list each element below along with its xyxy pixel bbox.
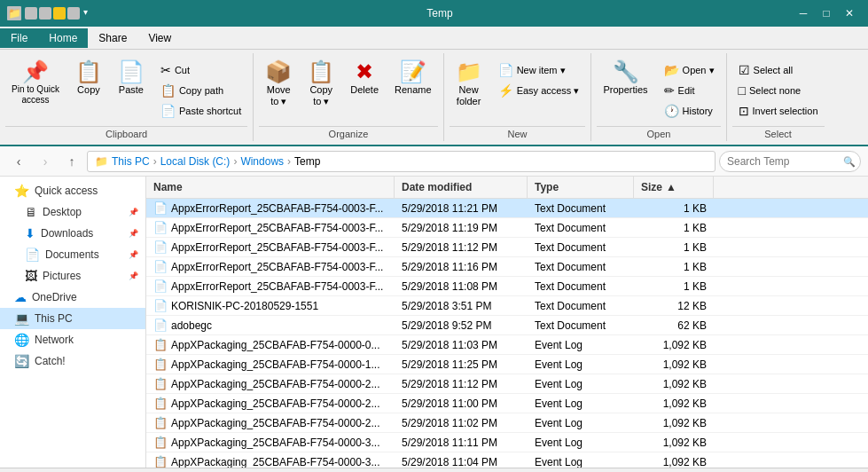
file-size: 1,092 KB — [634, 356, 714, 374]
paste-button[interactable]: 📄 Paste — [112, 57, 151, 100]
cut-button[interactable]: ✂ Cut — [154, 60, 247, 80]
file-type: Text Document — [528, 258, 634, 276]
easy-access-button[interactable]: ⚡ Easy access ▾ — [492, 81, 586, 100]
forward-button[interactable]: › — [34, 150, 57, 173]
file-name-cell: 📋 AppXPackaging_25CBAFAB-F754-0000-2... — [146, 394, 395, 413]
select-all-button[interactable]: ☑ Select all — [732, 60, 825, 80]
menu-file[interactable]: File — [0, 28, 38, 48]
downloads-pin: 📌 — [129, 229, 138, 238]
breadcrumb-folder-icon: 📁 — [95, 155, 108, 168]
sidebar-item-pictures[interactable]: 🖼 Pictures 📌 — [0, 265, 145, 287]
copy-to-button[interactable]: 📋 Copyto ▾ — [301, 57, 340, 112]
open-small-group: 📂 Open ▾ ✏ Edit 🕐 History — [658, 57, 721, 121]
file-date: 5/29/2018 11:21 PM — [395, 200, 528, 217]
sidebar-item-downloads[interactable]: ⬇ Downloads 📌 — [0, 223, 145, 244]
table-row[interactable]: 📄 AppxErrorReport_25CBAFAB-F754-0003-F..… — [146, 238, 868, 257]
file-type: Text Document — [528, 239, 634, 256]
back-button[interactable]: ‹ — [7, 150, 30, 173]
table-row[interactable]: 📄 AppxErrorReport_25CBAFAB-F754-0003-F..… — [146, 277, 868, 296]
table-row[interactable]: 📋 AppXPackaging_25CBAFAB-F754-0000-1... … — [146, 355, 868, 374]
copy-path-button[interactable]: 📋 Copy path — [154, 81, 247, 100]
breadcrumb[interactable]: 📁 This PC › Local Disk (C:) › Windows › … — [87, 151, 716, 172]
file-name: AppxErrorReport_25CBAFAB-F754-0003-F... — [171, 280, 383, 293]
invert-selection-button[interactable]: ⊡ Invert selection — [732, 101, 825, 121]
file-type-icon: 📋 — [153, 397, 168, 410]
breadcrumb-windows[interactable]: Windows — [240, 155, 284, 168]
move-to-button[interactable]: 📦 Moveto ▾ — [259, 57, 298, 112]
quick-action-1[interactable] — [25, 7, 37, 20]
sidebar-item-quick-access[interactable]: ⭐ Quick access — [0, 180, 145, 201]
breadcrumb-this-pc[interactable]: This PC — [112, 155, 150, 168]
table-row[interactable]: 📄 KORISNIK-PC-20180529-1551 5/29/2018 3:… — [146, 296, 868, 316]
edit-button[interactable]: ✏ Edit — [658, 81, 721, 100]
table-row[interactable]: 📋 AppXPackaging_25CBAFAB-F754-0000-2... … — [146, 374, 868, 394]
pin-to-quick-button[interactable]: 📌 Pin to Quickaccess — [5, 57, 66, 110]
properties-button[interactable]: 🔧 Properties — [597, 57, 653, 100]
table-row[interactable]: 📋 AppXPackaging_25CBAFAB-F754-0000-2... … — [146, 413, 868, 433]
file-date: 5/29/2018 11:02 PM — [395, 414, 528, 432]
table-row[interactable]: 📋 AppXPackaging_25CBAFAB-F754-0000-3... … — [146, 433, 868, 452]
search-input[interactable] — [719, 151, 861, 172]
col-header-date[interactable]: Date modified — [395, 177, 528, 198]
minimize-button[interactable]: ─ — [792, 4, 815, 22]
main-area: ⭐ Quick access 🖥 Desktop 📌 ⬇ Downloads 📌… — [0, 177, 868, 468]
history-button[interactable]: 🕐 History — [658, 101, 721, 121]
sidebar-item-onedrive[interactable]: ☁ OneDrive — [0, 287, 145, 308]
new-item-button[interactable]: 📄 New item ▾ — [492, 60, 586, 80]
breadcrumb-local-disk[interactable]: Local Disk (C:) — [160, 155, 231, 168]
open-content: 🔧 Properties 📂 Open ▾ ✏ Edit 🕐 History — [597, 53, 720, 124]
rename-button[interactable]: 📝 Rename — [388, 57, 438, 100]
delete-label: Delete — [350, 84, 379, 96]
sidebar-item-this-pc[interactable]: 💻 This PC — [0, 308, 145, 329]
file-name: AppxErrorReport_25CBAFAB-F754-0003-F... — [171, 222, 383, 234]
file-size: 1 KB — [634, 278, 714, 295]
file-type: Text Document — [528, 219, 634, 237]
this-pc-icon: 💻 — [14, 311, 29, 326]
rename-label: Rename — [395, 84, 432, 96]
menu-view[interactable]: View — [137, 28, 182, 48]
sidebar-item-network[interactable]: 🌐 Network — [0, 329, 145, 350]
size-sort-icon: ▲ — [666, 181, 676, 193]
table-row[interactable]: 📄 AppxErrorReport_25CBAFAB-F754-0003-F..… — [146, 218, 868, 238]
maximize-button[interactable]: □ — [815, 4, 838, 22]
desktop-icon: 🖥 — [25, 205, 37, 219]
file-type: Text Document — [528, 278, 634, 295]
quick-action-folder[interactable] — [53, 7, 66, 20]
open-button[interactable]: 📂 Open ▾ — [658, 60, 721, 80]
paste-shortcut-button[interactable]: 📄 Paste shortcut — [154, 101, 247, 121]
sep-1: › — [153, 155, 157, 168]
table-row[interactable]: 📋 AppXPackaging_25CBAFAB-F754-0000-2... … — [146, 394, 868, 413]
sidebar-item-catch[interactable]: 🔄 Catch! — [0, 350, 145, 372]
table-row[interactable]: 📄 AppxErrorReport_25CBAFAB-F754-0003-F..… — [146, 199, 868, 218]
file-name-cell: 📄 AppxErrorReport_25CBAFAB-F754-0003-F..… — [146, 238, 395, 256]
window-title: Temp — [93, 7, 786, 20]
delete-button[interactable]: ✖ Delete — [344, 57, 385, 100]
close-button[interactable]: ✕ — [838, 4, 861, 22]
quick-action-3[interactable] — [67, 7, 80, 20]
select-none-button[interactable]: □ Select none — [732, 81, 825, 100]
select-all-label: Select all — [754, 65, 794, 75]
col-header-size[interactable]: Size ▲ — [634, 177, 714, 198]
table-row[interactable]: 📄 adobegc 5/29/2018 9:52 PM Text Documen… — [146, 316, 868, 335]
new-folder-button[interactable]: 📁 Newfolder — [450, 57, 489, 112]
up-button[interactable]: ↑ — [60, 150, 83, 173]
quick-access-icon: ⭐ — [14, 184, 29, 198]
table-row[interactable]: 📋 AppXPackaging_25CBAFAB-F754-0000-0... … — [146, 335, 868, 355]
dropdown-arrow[interactable]: ▾ — [83, 7, 88, 20]
file-size: 1,092 KB — [634, 395, 714, 413]
quick-action-2[interactable] — [39, 7, 51, 20]
file-date: 5/29/2018 11:19 PM — [395, 219, 528, 237]
sidebar-item-documents[interactable]: 📄 Documents 📌 — [0, 244, 145, 265]
easy-access-icon: ⚡ — [498, 83, 513, 98]
table-row[interactable]: 📄 AppxErrorReport_25CBAFAB-F754-0003-F..… — [146, 257, 868, 277]
col-header-name[interactable]: Name — [146, 177, 395, 198]
sidebar-item-desktop[interactable]: 🖥 Desktop 📌 — [0, 201, 145, 223]
select-all-icon: ☑ — [739, 63, 750, 77]
col-header-type[interactable]: Type — [528, 177, 634, 198]
ribbon-group-select: ☑ Select all □ Select none ⊡ Invert sele… — [727, 53, 830, 141]
copy-button[interactable]: 📋 Copy — [69, 57, 108, 100]
select-none-label: Select none — [749, 85, 801, 96]
table-row[interactable]: 📋 AppXPackaging_25CBAFAB-F754-0000-3... … — [146, 452, 868, 468]
menu-home[interactable]: Home — [38, 28, 88, 48]
menu-share[interactable]: Share — [88, 28, 137, 48]
